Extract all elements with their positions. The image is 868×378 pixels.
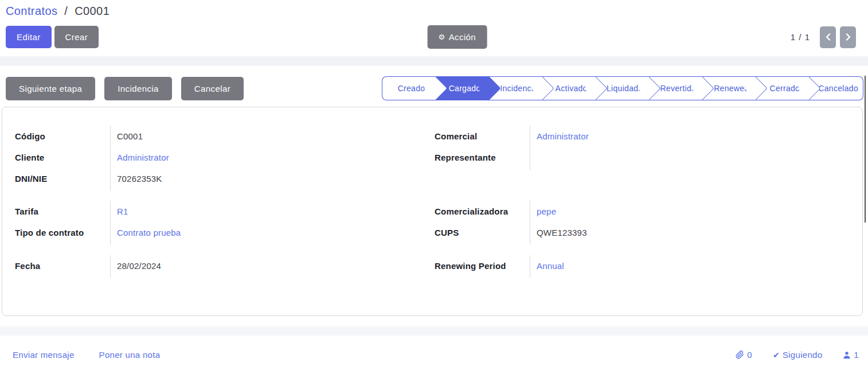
field-value-renewing-period-link[interactable]: Annual [530, 261, 850, 271]
field-value-comercializadora-link[interactable]: pepe [530, 206, 850, 216]
field-group-renewing: Renewing Period Annual [435, 255, 850, 276]
field-row-representante: Representante [435, 147, 850, 168]
stage-creado[interactable]: Creado [382, 76, 436, 100]
field-row-comercializadora: Comercializadora pepe [435, 201, 850, 222]
action-button[interactable]: ⚙ Acción [428, 25, 487, 49]
action-button-label: Acción [449, 32, 476, 42]
field-label-cliente: Cliente [15, 153, 110, 162]
field-value-dni: 70262353K [110, 174, 430, 184]
field-label-dni: DNI/NIE [15, 174, 110, 184]
attachments-button[interactable]: 0 [736, 350, 752, 360]
toolbar: Editar Crear ⚙ Acción 1 / 1 [6, 25, 862, 49]
field-row-fecha: Fecha 28/02/2024 [15, 255, 430, 276]
breadcrumb: Contratos / C0001 [6, 5, 862, 18]
form-column-left: Código C0001 Cliente Administrator DNI/N… [15, 126, 430, 276]
field-group-comercializadora: Comercializadora pepe CUPS QWE123393 [435, 201, 850, 243]
field-row-codigo: Código C0001 [15, 126, 430, 147]
breadcrumb-section[interactable]: Contratos [6, 5, 57, 17]
attachment-count: 0 [747, 350, 752, 360]
create-button[interactable]: Crear [54, 26, 99, 48]
cancel-button[interactable]: Cancelar [181, 77, 244, 100]
field-value-cups: QWE123393 [530, 228, 850, 237]
field-row-tarifa: Tarifa R1 [15, 201, 430, 222]
field-row-comercial: Comercial Administrator [435, 126, 850, 147]
field-value-tarifa-link[interactable]: R1 [110, 206, 430, 216]
next-stage-button[interactable]: Siguiente etapa [6, 77, 95, 100]
edit-button[interactable]: Editar [6, 26, 52, 48]
chatter-right-tools: 0 ✔ Siguiendo 1 [736, 350, 859, 360]
status-row: Siguiente etapa Incidencia Cancelar Crea… [6, 76, 863, 100]
following-toggle[interactable]: ✔ Siguiendo [773, 350, 822, 360]
field-label-codigo: Código [15, 131, 110, 141]
field-group-tarifa: Tarifa R1 Tipo de contrato Contrato prue… [15, 201, 430, 243]
field-group-identity: Código C0001 Cliente Administrator DNI/N… [15, 126, 430, 189]
paperclip-icon [736, 350, 744, 359]
pager: 1 / 1 [791, 26, 856, 48]
field-label-tarifa: Tarifa [15, 206, 110, 216]
vertical-scrollbar-thumb[interactable] [865, 76, 866, 223]
separator-band-top [0, 56, 868, 66]
chevron-right-icon [846, 33, 851, 41]
breadcrumb-record: C0001 [75, 5, 110, 17]
chevron-left-icon [826, 33, 831, 41]
field-value-fecha: 28/02/2024 [110, 261, 430, 271]
person-icon [843, 351, 851, 359]
pager-previous-button[interactable] [820, 26, 836, 48]
field-label-renewing-period: Renewing Period [435, 261, 530, 271]
field-label-comercializadora: Comercializadora [435, 206, 530, 216]
field-row-renewing-period: Renewing Period Annual [435, 255, 850, 276]
pager-counter: 1 / 1 [791, 32, 810, 42]
gear-icon: ⚙ [439, 33, 445, 41]
field-row-cups: CUPS QWE123393 [435, 222, 850, 243]
follower-count: 1 [854, 350, 859, 360]
incident-button[interactable]: Incidencia [104, 77, 172, 100]
field-row-dni: DNI/NIE 70262353K [15, 168, 430, 189]
status-pipeline: Creado Cargado Incidence Activado Liquid… [382, 76, 863, 100]
field-label-tipo-contrato: Tipo de contrato [15, 228, 110, 237]
breadcrumb-separator: / [64, 5, 68, 17]
send-message-link[interactable]: Enviar mensaje [13, 350, 75, 360]
chatter-bar: Enviar mensaje Poner una nota 0 ✔ Siguie… [0, 350, 868, 360]
check-icon: ✔ [773, 351, 780, 359]
stage-action-buttons: Siguiente etapa Incidencia Cancelar [6, 77, 244, 100]
pager-next-button[interactable] [840, 26, 856, 48]
form-grid: Código C0001 Cliente Administrator DNI/N… [15, 126, 850, 276]
field-label-representante: Representante [435, 153, 530, 162]
log-note-link[interactable]: Poner una nota [99, 350, 161, 360]
field-value-tipo-contrato-link[interactable]: Contrato prueba [110, 228, 430, 237]
field-group-comercial: Comercial Administrator Representante [435, 126, 850, 168]
field-row-cliente: Cliente Administrator [15, 147, 430, 168]
separator-band-bottom [0, 326, 868, 336]
field-value-comercial-link[interactable]: Administrator [530, 131, 850, 141]
following-label: Siguiendo [783, 350, 822, 360]
field-label-cups: CUPS [435, 228, 530, 237]
field-value-cliente-link[interactable]: Administrator [110, 153, 430, 162]
field-row-tipo-contrato: Tipo de contrato Contrato prueba [15, 222, 430, 243]
top-bar: Contratos / C0001 Editar Crear ⚙ Acción … [0, 0, 868, 49]
field-label-fecha: Fecha [15, 261, 110, 271]
form-card: Código C0001 Cliente Administrator DNI/N… [2, 107, 863, 316]
field-value-codigo: C0001 [110, 131, 430, 141]
followers-button[interactable]: 1 [843, 350, 859, 360]
field-group-fecha: Fecha 28/02/2024 [15, 255, 430, 276]
field-label-comercial: Comercial [435, 131, 530, 141]
form-column-right: Comercial Administrator Representante Co… [435, 126, 850, 276]
